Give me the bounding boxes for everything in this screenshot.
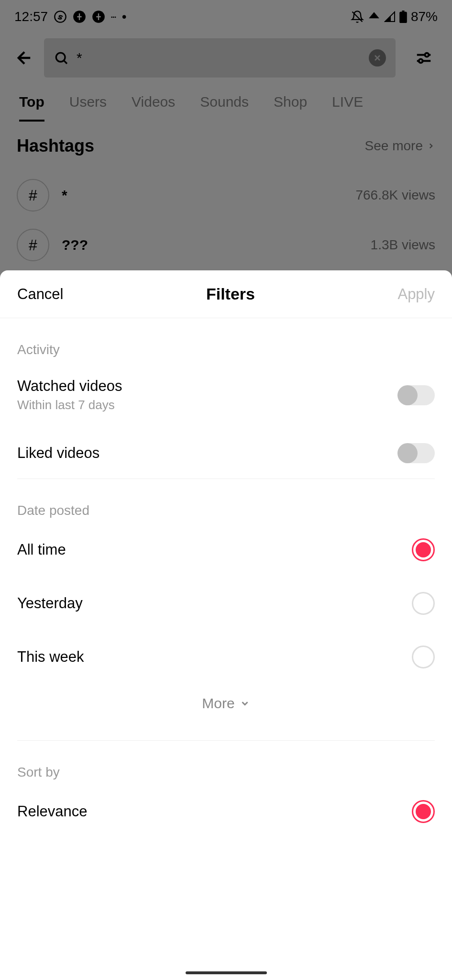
liked-videos-toggle[interactable] [398,443,435,463]
watched-videos-label: Watched videos [17,378,122,395]
liked-videos-label: Liked videos [17,445,99,462]
date-posted-group-label: Date posted [17,479,435,523]
apply-button[interactable]: Apply [397,286,435,303]
sort-option-label: Relevance [17,803,87,820]
radio-this-week[interactable] [412,646,435,668]
radio-all-time[interactable] [412,538,435,561]
liked-videos-row: Liked videos [17,428,435,479]
chevron-down-icon [240,698,250,709]
watched-videos-sublabel: Within last 7 days [17,398,122,412]
radio-yesterday[interactable] [412,592,435,615]
activity-group-label: Activity [17,318,435,362]
sort-by-group-label: Sort by [17,741,435,785]
more-button[interactable]: More [17,684,435,740]
date-all-time-row[interactable]: All time [17,523,435,577]
radio-relevance[interactable] [412,800,435,823]
date-option-label: This week [17,648,84,666]
date-option-label: All time [17,541,66,558]
date-yesterday-row[interactable]: Yesterday [17,577,435,630]
date-this-week-row[interactable]: This week [17,630,435,684]
date-option-label: Yesterday [17,595,83,612]
sheet-title: Filters [206,285,255,303]
watched-videos-row: Watched videos Within last 7 days [17,362,435,428]
nav-handle[interactable] [186,971,267,974]
watched-videos-toggle[interactable] [398,385,435,405]
filters-sheet: Cancel Filters Apply Activity Watched vi… [0,270,452,980]
sort-relevance-row[interactable]: Relevance [17,785,435,838]
cancel-button[interactable]: Cancel [17,286,64,303]
